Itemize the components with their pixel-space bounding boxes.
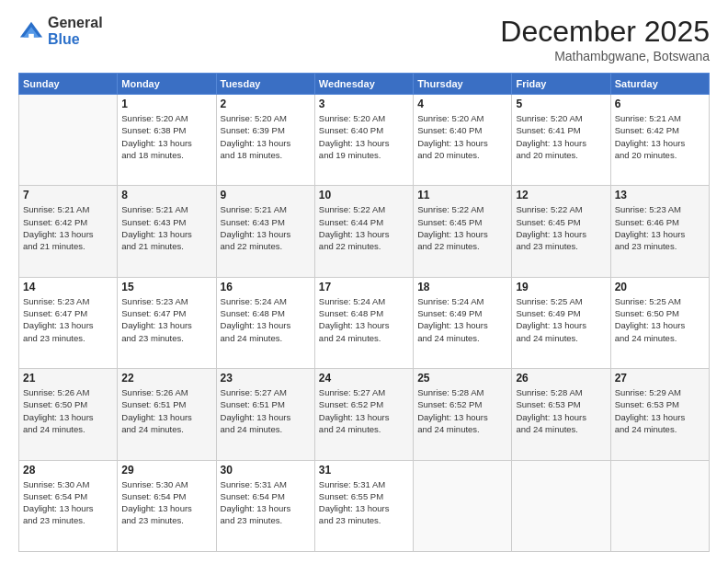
day-info: Sunrise: 5:25 AM Sunset: 6:50 PM Dayligh… bbox=[615, 295, 705, 344]
day-number: 17 bbox=[319, 281, 409, 293]
day-number: 3 bbox=[319, 98, 409, 110]
day-info: Sunrise: 5:26 AM Sunset: 6:51 PM Dayligh… bbox=[121, 386, 211, 435]
day-number: 15 bbox=[121, 281, 211, 293]
table-row: 16Sunrise: 5:24 AM Sunset: 6:48 PM Dayli… bbox=[216, 277, 314, 368]
page: General Blue December 2025 Mathambgwane,… bbox=[0, 0, 728, 563]
day-number: 21 bbox=[23, 372, 113, 385]
col-wednesday: Wednesday bbox=[314, 74, 413, 95]
col-sunday: Sunday bbox=[19, 74, 118, 95]
day-number: 8 bbox=[121, 189, 211, 201]
table-row: 13Sunrise: 5:23 AM Sunset: 6:46 PM Dayli… bbox=[610, 186, 709, 277]
day-number: 10 bbox=[319, 189, 409, 201]
calendar-header-row: Sunday Monday Tuesday Wednesday Thursday… bbox=[19, 74, 710, 95]
day-info: Sunrise: 5:28 AM Sunset: 6:52 PM Dayligh… bbox=[417, 386, 507, 435]
table-row: 26Sunrise: 5:28 AM Sunset: 6:53 PM Dayli… bbox=[512, 369, 610, 460]
table-row: 7Sunrise: 5:21 AM Sunset: 6:42 PM Daylig… bbox=[19, 186, 118, 277]
day-info: Sunrise: 5:22 AM Sunset: 6:45 PM Dayligh… bbox=[516, 203, 606, 252]
day-number: 7 bbox=[23, 189, 113, 201]
table-row: 23Sunrise: 5:27 AM Sunset: 6:51 PM Dayli… bbox=[216, 369, 314, 460]
table-row: 30Sunrise: 5:31 AM Sunset: 6:54 PM Dayli… bbox=[216, 460, 314, 551]
col-saturday: Saturday bbox=[610, 74, 709, 95]
table-row: 31Sunrise: 5:31 AM Sunset: 6:55 PM Dayli… bbox=[314, 460, 413, 551]
day-info: Sunrise: 5:30 AM Sunset: 6:54 PM Dayligh… bbox=[23, 478, 113, 527]
day-info: Sunrise: 5:24 AM Sunset: 6:49 PM Dayligh… bbox=[417, 295, 507, 344]
logo-general-text: General bbox=[48, 15, 103, 31]
day-number: 6 bbox=[615, 98, 705, 110]
calendar-table: Sunday Monday Tuesday Wednesday Thursday… bbox=[18, 73, 710, 552]
day-info: Sunrise: 5:27 AM Sunset: 6:51 PM Dayligh… bbox=[221, 386, 311, 435]
day-info: Sunrise: 5:27 AM Sunset: 6:52 PM Dayligh… bbox=[319, 386, 409, 435]
day-info: Sunrise: 5:29 AM Sunset: 6:53 PM Dayligh… bbox=[615, 386, 705, 435]
day-number: 1 bbox=[121, 98, 211, 110]
col-monday: Monday bbox=[118, 74, 216, 95]
table-row: 19Sunrise: 5:25 AM Sunset: 6:49 PM Dayli… bbox=[512, 277, 610, 368]
logo-blue-text: Blue bbox=[48, 31, 103, 48]
location: Mathambgwane, Botswana bbox=[500, 49, 710, 63]
table-row: 2Sunrise: 5:20 AM Sunset: 6:39 PM Daylig… bbox=[216, 95, 314, 186]
day-info: Sunrise: 5:28 AM Sunset: 6:53 PM Dayligh… bbox=[516, 386, 606, 435]
day-number: 14 bbox=[23, 281, 113, 293]
day-number: 13 bbox=[615, 189, 705, 201]
table-row: 1Sunrise: 5:20 AM Sunset: 6:38 PM Daylig… bbox=[118, 95, 216, 186]
table-row: 3Sunrise: 5:20 AM Sunset: 6:40 PM Daylig… bbox=[314, 95, 413, 186]
table-row: 4Sunrise: 5:20 AM Sunset: 6:40 PM Daylig… bbox=[414, 95, 512, 186]
day-info: Sunrise: 5:20 AM Sunset: 6:39 PM Dayligh… bbox=[221, 112, 311, 161]
day-info: Sunrise: 5:20 AM Sunset: 6:38 PM Dayligh… bbox=[121, 112, 211, 161]
table-row: 5Sunrise: 5:20 AM Sunset: 6:41 PM Daylig… bbox=[512, 95, 610, 186]
table-row: 21Sunrise: 5:26 AM Sunset: 6:50 PM Dayli… bbox=[19, 369, 118, 460]
table-row: 11Sunrise: 5:22 AM Sunset: 6:45 PM Dayli… bbox=[414, 186, 512, 277]
table-row: 9Sunrise: 5:21 AM Sunset: 6:43 PM Daylig… bbox=[216, 186, 314, 277]
title-block: December 2025 Mathambgwane, Botswana bbox=[500, 15, 710, 63]
day-info: Sunrise: 5:23 AM Sunset: 6:46 PM Dayligh… bbox=[615, 203, 705, 252]
day-number: 29 bbox=[121, 464, 211, 477]
day-info: Sunrise: 5:22 AM Sunset: 6:44 PM Dayligh… bbox=[319, 203, 409, 252]
logo-icon bbox=[18, 18, 44, 44]
day-info: Sunrise: 5:21 AM Sunset: 6:42 PM Dayligh… bbox=[615, 112, 705, 161]
day-number: 27 bbox=[615, 372, 705, 385]
table-row: 24Sunrise: 5:27 AM Sunset: 6:52 PM Dayli… bbox=[314, 369, 413, 460]
table-row: 22Sunrise: 5:26 AM Sunset: 6:51 PM Dayli… bbox=[118, 369, 216, 460]
day-number: 2 bbox=[221, 98, 311, 110]
calendar-week-row: 21Sunrise: 5:26 AM Sunset: 6:50 PM Dayli… bbox=[19, 369, 710, 460]
day-info: Sunrise: 5:23 AM Sunset: 6:47 PM Dayligh… bbox=[23, 295, 113, 344]
table-row: 28Sunrise: 5:30 AM Sunset: 6:54 PM Dayli… bbox=[19, 460, 118, 551]
day-info: Sunrise: 5:21 AM Sunset: 6:42 PM Dayligh… bbox=[23, 203, 113, 252]
calendar-week-row: 7Sunrise: 5:21 AM Sunset: 6:42 PM Daylig… bbox=[19, 186, 710, 277]
table-row: 25Sunrise: 5:28 AM Sunset: 6:52 PM Dayli… bbox=[414, 369, 512, 460]
day-info: Sunrise: 5:22 AM Sunset: 6:45 PM Dayligh… bbox=[417, 203, 507, 252]
month-title: December 2025 bbox=[500, 15, 710, 49]
day-number: 11 bbox=[417, 189, 507, 201]
day-info: Sunrise: 5:31 AM Sunset: 6:55 PM Dayligh… bbox=[319, 478, 409, 527]
day-number: 4 bbox=[417, 98, 507, 110]
table-row: 29Sunrise: 5:30 AM Sunset: 6:54 PM Dayli… bbox=[118, 460, 216, 551]
day-number: 30 bbox=[221, 464, 311, 477]
day-info: Sunrise: 5:20 AM Sunset: 6:40 PM Dayligh… bbox=[319, 112, 409, 161]
day-number: 9 bbox=[221, 189, 311, 201]
day-number: 19 bbox=[516, 281, 606, 293]
logo: General Blue bbox=[18, 15, 103, 47]
table-row bbox=[610, 460, 709, 551]
table-row bbox=[512, 460, 610, 551]
calendar-week-row: 28Sunrise: 5:30 AM Sunset: 6:54 PM Dayli… bbox=[19, 460, 710, 551]
logo-text: General Blue bbox=[48, 15, 103, 47]
day-number: 18 bbox=[417, 281, 507, 293]
day-info: Sunrise: 5:25 AM Sunset: 6:49 PM Dayligh… bbox=[516, 295, 606, 344]
table-row bbox=[19, 95, 118, 186]
day-number: 20 bbox=[615, 281, 705, 293]
day-number: 24 bbox=[319, 372, 409, 385]
day-info: Sunrise: 5:24 AM Sunset: 6:48 PM Dayligh… bbox=[221, 295, 311, 344]
day-number: 16 bbox=[221, 281, 311, 293]
table-row: 6Sunrise: 5:21 AM Sunset: 6:42 PM Daylig… bbox=[610, 95, 709, 186]
col-tuesday: Tuesday bbox=[216, 74, 314, 95]
table-row: 14Sunrise: 5:23 AM Sunset: 6:47 PM Dayli… bbox=[19, 277, 118, 368]
day-info: Sunrise: 5:20 AM Sunset: 6:41 PM Dayligh… bbox=[516, 112, 606, 161]
day-info: Sunrise: 5:21 AM Sunset: 6:43 PM Dayligh… bbox=[221, 203, 311, 252]
table-row: 10Sunrise: 5:22 AM Sunset: 6:44 PM Dayli… bbox=[314, 186, 413, 277]
table-row: 12Sunrise: 5:22 AM Sunset: 6:45 PM Dayli… bbox=[512, 186, 610, 277]
day-number: 12 bbox=[516, 189, 606, 201]
day-number: 25 bbox=[417, 372, 507, 385]
table-row: 18Sunrise: 5:24 AM Sunset: 6:49 PM Dayli… bbox=[414, 277, 512, 368]
day-info: Sunrise: 5:31 AM Sunset: 6:54 PM Dayligh… bbox=[221, 478, 311, 527]
calendar-week-row: 1Sunrise: 5:20 AM Sunset: 6:38 PM Daylig… bbox=[19, 95, 710, 186]
table-row: 15Sunrise: 5:23 AM Sunset: 6:47 PM Dayli… bbox=[118, 277, 216, 368]
